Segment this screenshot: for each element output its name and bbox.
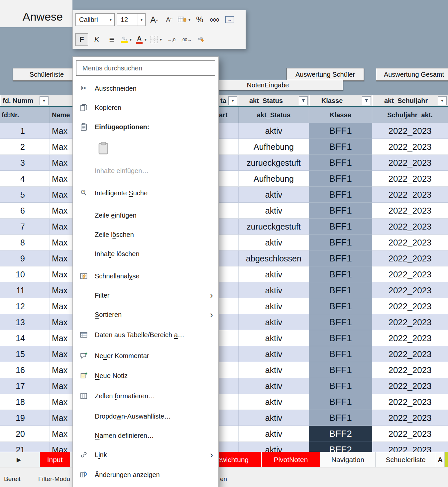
cell-hidden-col[interactable] <box>218 155 239 171</box>
cell-lfd-nr[interactable]: 12 <box>0 298 50 314</box>
cell-klasse[interactable]: BFF1 <box>309 139 372 155</box>
cell-schuljahr[interactable]: 2022_2023 <box>372 410 448 426</box>
comma-style-button[interactable]: 000 <box>208 13 221 26</box>
cell-status[interactable]: aktiv <box>239 235 309 250</box>
cell-hidden-col[interactable] <box>218 378 239 394</box>
cell-schuljahr[interactable]: 2022_2023 <box>372 346 448 362</box>
cell-lfd-nr[interactable]: 13 <box>0 314 50 330</box>
cell-hidden-col[interactable] <box>218 171 239 187</box>
cell-hidden-col[interactable] <box>218 410 239 426</box>
cell-lfd-nr[interactable]: 11 <box>0 282 50 298</box>
cell-lfd-nr[interactable]: 17 <box>0 378 50 394</box>
cell-status[interactable]: aktiv <box>239 282 309 298</box>
cell-schuljahr[interactable]: 2022_2023 <box>372 330 448 346</box>
menu-item-sortieren[interactable]: Sortieren› <box>73 305 218 324</box>
menu-item-intelligente-suche[interactable]: Intelligente Suche <box>73 183 218 203</box>
format-painter-button[interactable] <box>195 33 208 46</box>
cell-lfd-nr[interactable]: 16 <box>0 362 50 378</box>
percent-style-button[interactable]: % <box>193 13 206 26</box>
cell-hidden-col[interactable] <box>218 203 239 219</box>
decrease-decimal-button[interactable]: ←,0 <box>165 33 178 46</box>
cell-schuljahr[interactable]: 2022_2023 <box>372 139 448 155</box>
cell-lfd-nr[interactable]: 4 <box>0 171 50 187</box>
cell-schuljahr[interactable]: 2022_2023 <box>372 155 448 171</box>
cell-status[interactable]: zurueckgestuft <box>239 155 309 171</box>
cell-hidden-col[interactable] <box>218 235 239 250</box>
menu-item-dropdown-auswahlliste[interactable]: Dropdown-Auswahlliste… <box>73 407 218 426</box>
cell-klasse[interactable]: BFF1 <box>309 346 372 362</box>
font-size-select[interactable]: 12 ▼ <box>117 13 146 26</box>
cell-lfd-nr[interactable]: 20 <box>0 426 50 442</box>
menu-item-namen-definieren[interactable]: Namen definieren… <box>73 426 218 445</box>
cell-lfd-nr[interactable]: 18 <box>0 394 50 410</box>
cell-klasse[interactable]: BFF2 <box>309 426 372 442</box>
cell-status[interactable]: aktiv <box>239 410 309 426</box>
menu-item-kopieren[interactable]: Kopieren <box>73 98 218 117</box>
cell-lfd-nr[interactable]: 1 <box>0 123 50 139</box>
cell-schuljahr[interactable]: 2022_2023 <box>372 362 448 378</box>
cell-hidden-col[interactable] <box>218 394 239 410</box>
cell-hidden-col[interactable] <box>218 187 239 203</box>
cell-klasse[interactable]: BFF1 <box>309 266 372 282</box>
cell-status[interactable]: aktiv <box>239 266 309 282</box>
cell-status[interactable]: aktiv <box>239 426 309 442</box>
cell-hidden-col[interactable] <box>218 139 239 155</box>
cell-lfd-nr[interactable]: 15 <box>0 346 50 362</box>
cell-status[interactable]: abgeschlossen <box>239 250 309 266</box>
menu-item-einfügeoptionen[interactable]: Einfügeoptionen: <box>73 117 218 137</box>
menu-item-zellen-formatieren[interactable]: Zellen formatieren… <box>73 385 218 407</box>
cell-klasse[interactable]: BFF1 <box>309 410 372 426</box>
menu-item-neue-notiz[interactable]: Neue Notiz <box>73 366 218 385</box>
cell-lfd-nr[interactable]: 5 <box>0 187 50 203</box>
menu-item-zeile-einfügen[interactable]: Zeile einfügen <box>73 206 218 225</box>
cell-hidden-col[interactable] <box>218 314 239 330</box>
tab-scroll-arrow[interactable]: ▶ <box>0 452 40 467</box>
cell-schuljahr[interactable]: 2022_2023 <box>372 298 448 314</box>
cell-status[interactable]: zurueckgestuft <box>239 219 309 235</box>
cell-status[interactable]: aktiv <box>239 203 309 219</box>
cell-klasse[interactable]: BFF1 <box>309 203 372 219</box>
menu-item-daten-aus-tabelle-bereich-a[interactable]: Daten aus Tabelle/Bereich a… <box>73 324 218 345</box>
cell-schuljahr[interactable]: 2022_2023 <box>372 282 448 298</box>
font-name-select[interactable]: Calibri ▼ <box>75 13 115 26</box>
cell-lfd-nr[interactable]: 7 <box>0 219 50 235</box>
cell-status[interactable]: Aufhebung <box>239 171 309 187</box>
cell-hidden-col[interactable] <box>218 219 239 235</box>
cell-lfd-nr[interactable]: 6 <box>0 203 50 219</box>
cell-klasse[interactable]: BFF1 <box>309 123 372 139</box>
cell-klasse[interactable]: BFF1 <box>309 155 372 171</box>
cell-klasse[interactable]: BFF1 <box>309 362 372 378</box>
menu-search-input[interactable] <box>76 61 215 75</box>
cell-status[interactable]: aktiv <box>239 378 309 394</box>
cell-hidden-col[interactable] <box>218 362 239 378</box>
cell-klasse[interactable]: BFF1 <box>309 235 372 250</box>
cell-schuljahr[interactable]: 2022_2023 <box>372 394 448 410</box>
cell-lfd-nr[interactable]: 8 <box>0 235 50 250</box>
sheet-tab-navigation[interactable]: Navigation <box>320 452 376 467</box>
format-as-table-button[interactable]: ▼ <box>178 13 191 26</box>
menu-item-filter[interactable]: Filter› <box>73 286 218 305</box>
cell-status[interactable]: aktiv <box>239 394 309 410</box>
fill-color-button[interactable]: ▼ <box>120 33 133 46</box>
cell-hidden-col[interactable] <box>218 426 239 442</box>
increase-font-size-button[interactable]: Aˆ <box>148 13 161 26</box>
cell-klasse[interactable]: BFF1 <box>309 171 372 187</box>
cell-status[interactable]: Aufhebung <box>239 139 309 155</box>
auswertung-gesamt-button[interactable]: Auswertung Gesamt <box>376 68 448 81</box>
filter-funnel-button[interactable] <box>362 96 371 105</box>
sheet-tab-schuelerliste[interactable]: Schuelerliste <box>376 452 436 467</box>
sheet-tab-pivotnoten[interactable]: PivotNoten <box>262 452 320 467</box>
cell-status[interactable]: aktiv <box>239 298 309 314</box>
schuelerliste-button[interactable]: Schülerliste <box>13 68 81 81</box>
decrease-font-size-button[interactable]: Aˇ <box>163 13 175 26</box>
cell-lfd-nr[interactable]: 2 <box>0 139 50 155</box>
cell-lfd-nr[interactable]: 3 <box>0 155 50 171</box>
alignment-button[interactable]: ≡ <box>105 33 118 46</box>
cell-lfd-nr[interactable]: 10 <box>0 266 50 282</box>
menu-item-änderungen-anzeigen[interactable]: Änderungen anzeigen <box>73 464 218 485</box>
borders-button[interactable]: ▼ <box>150 33 163 46</box>
cell-hidden-col[interactable] <box>218 266 239 282</box>
cell-schuljahr[interactable]: 2022_2023 <box>372 171 448 187</box>
cell-status[interactable]: aktiv <box>239 187 309 203</box>
cell-schuljahr[interactable]: 2022_2023 <box>372 378 448 394</box>
